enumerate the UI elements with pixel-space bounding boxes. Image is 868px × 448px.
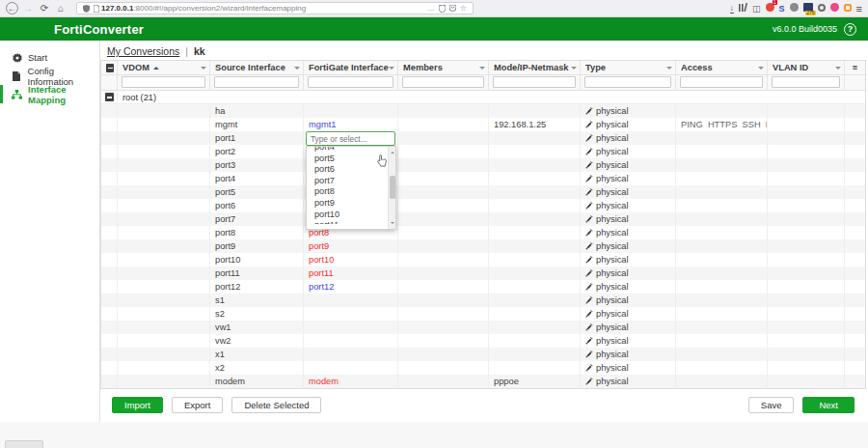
table-row-port3[interactable]: port3physical bbox=[101, 158, 865, 172]
table-row-port12[interactable]: port12port12physical bbox=[101, 280, 865, 294]
cell-fortigate-interface[interactable] bbox=[304, 361, 398, 375]
cell-fortigate-interface[interactable] bbox=[304, 307, 398, 321]
table-row-port8[interactable]: port8port8physical bbox=[101, 226, 865, 239]
bookmark-shield-icon[interactable] bbox=[439, 5, 446, 13]
chevron-down-icon[interactable] bbox=[479, 67, 485, 72]
select-all-checkbox[interactable] bbox=[101, 61, 118, 74]
table-row-vw1[interactable]: vw1physical bbox=[101, 321, 865, 334]
group-collapse-checkbox[interactable] bbox=[101, 91, 118, 103]
column-header-type[interactable]: Type bbox=[581, 61, 676, 74]
sidebar-toggle-icon[interactable]: ◫ bbox=[752, 4, 761, 14]
table-row-port1[interactable]: port1physical bbox=[101, 131, 865, 145]
chevron-down-icon[interactable] bbox=[294, 67, 300, 72]
filter-input-access[interactable] bbox=[680, 76, 763, 88]
cell-fortigate-interface[interactable] bbox=[304, 104, 398, 118]
filter-input-vlan-id[interactable] bbox=[772, 76, 840, 88]
scroll-up-icon[interactable] bbox=[391, 150, 394, 154]
table-row-port11[interactable]: port11port11physical bbox=[101, 266, 865, 280]
chevron-down-icon[interactable] bbox=[571, 67, 577, 72]
cell-fortigate-interface[interactable] bbox=[304, 334, 398, 348]
chevron-down-icon[interactable] bbox=[758, 67, 764, 72]
filter-input-source-interface[interactable] bbox=[214, 76, 299, 88]
downloads-icon[interactable]: ↓ bbox=[730, 3, 735, 14]
ghostery-icon[interactable] bbox=[818, 4, 826, 14]
column-header-vdom[interactable]: VDOM bbox=[118, 61, 210, 74]
save-button[interactable]: Save bbox=[748, 397, 795, 413]
scrollbar-thumb[interactable] bbox=[390, 176, 395, 199]
table-row-mgmt[interactable]: mgmtmgmt1192.168.1.25physicalPING HTTPS … bbox=[101, 118, 865, 131]
account-icon[interactable] bbox=[790, 3, 799, 14]
filter-input-mode-ip-netmask[interactable] bbox=[493, 76, 576, 88]
breadcrumb-link-my-conversions[interactable]: My Conversions bbox=[107, 45, 179, 57]
cell-fortigate-interface[interactable]: mgmt1 bbox=[304, 118, 398, 131]
container-tab-icon[interactable] bbox=[844, 4, 852, 14]
chevron-down-icon[interactable] bbox=[389, 67, 394, 72]
cell-fortigate-interface[interactable]: port12 bbox=[304, 280, 398, 294]
dropdown-option-port9[interactable]: port9 bbox=[307, 198, 395, 210]
fortigate-interface-editor-input[interactable] bbox=[307, 134, 394, 144]
dropdown-option-port10[interactable]: port10 bbox=[307, 210, 395, 221]
filter-input-type[interactable] bbox=[584, 76, 671, 88]
filter-input-fortigate-interface[interactable] bbox=[308, 76, 393, 88]
extension-s-icon[interactable]: S bbox=[779, 4, 785, 14]
chevron-down-icon[interactable] bbox=[835, 67, 841, 72]
sidebar-item-start[interactable]: Start bbox=[0, 48, 99, 67]
next-button[interactable]: Next bbox=[802, 397, 854, 413]
dropdown-option-port7[interactable]: port7 bbox=[307, 176, 395, 187]
cell-fortigate-interface[interactable] bbox=[304, 321, 398, 334]
table-row-modem[interactable]: modemmodempppoephysical bbox=[101, 375, 865, 388]
column-menu-icon[interactable]: ≡ bbox=[845, 61, 865, 74]
sidebar-item-interface-mapping[interactable]: Interface Mapping bbox=[0, 85, 99, 103]
dropdown-scrollbar[interactable] bbox=[388, 147, 395, 229]
table-row-port10[interactable]: port10port10physical bbox=[101, 253, 865, 266]
column-header-fortigate-interface[interactable]: FortiGate Interface bbox=[304, 61, 398, 74]
library-icon[interactable] bbox=[739, 3, 747, 14]
cell-fortigate-interface[interactable]: port11 bbox=[304, 266, 398, 280]
table-row-port7[interactable]: port7physical bbox=[101, 212, 865, 226]
tracking-shield-icon[interactable] bbox=[83, 5, 90, 13]
browser-forward-button[interactable]: → bbox=[21, 1, 35, 15]
dropdown-option-port11[interactable]: port11 bbox=[307, 220, 395, 224]
chevron-down-icon[interactable] bbox=[666, 67, 672, 72]
browser-home-button[interactable]: ⌂ bbox=[54, 1, 68, 15]
import-button[interactable]: Import bbox=[112, 397, 163, 413]
url-text[interactable]: 127.0.0.1:8000/#!/app/conversion2/wizard… bbox=[101, 4, 306, 13]
browser-menu-icon[interactable]: ≡ bbox=[856, 4, 862, 14]
cell-fortigate-interface[interactable]: port9 bbox=[304, 239, 398, 253]
table-row-port4[interactable]: port4physical bbox=[101, 172, 865, 185]
table-row-port6[interactable]: port6physical bbox=[101, 199, 865, 212]
bookmark-star-icon[interactable]: ☆ bbox=[460, 4, 467, 13]
cell-fortigate-interface[interactable]: port10 bbox=[304, 253, 398, 266]
browser-reload-button[interactable]: ⟳ bbox=[38, 1, 51, 15]
dropdown-option-port4[interactable]: port4 bbox=[307, 146, 395, 154]
chevron-down-icon[interactable] bbox=[201, 67, 206, 72]
table-row-s2[interactable]: s2physical bbox=[101, 307, 865, 321]
dropdown-option-port8[interactable]: port8 bbox=[307, 186, 395, 198]
filter-input-vdom[interactable] bbox=[122, 76, 205, 88]
table-row-port9[interactable]: port9port9physical bbox=[101, 239, 865, 253]
cell-fortigate-interface[interactable]: modem bbox=[304, 375, 398, 388]
cell-fortigate-interface[interactable] bbox=[304, 348, 398, 361]
extension-pink-icon[interactable] bbox=[830, 3, 839, 14]
filter-input-members[interactable] bbox=[402, 76, 484, 88]
table-row-port2[interactable]: port2physical bbox=[101, 145, 865, 158]
browser-back-button[interactable]: ← bbox=[6, 2, 18, 14]
url-bar[interactable]: 127.0.0.1:8000/#!/app/conversion2/wizard… bbox=[76, 2, 474, 14]
column-header-source-interface[interactable]: Source Interface bbox=[210, 61, 304, 74]
table-row-port5[interactable]: port5physical bbox=[101, 185, 865, 199]
table-row-s1[interactable]: s1physical bbox=[101, 294, 865, 307]
column-header-members[interactable]: Members bbox=[398, 61, 489, 74]
sidebar-item-config-information[interactable]: Config Information bbox=[0, 67, 99, 85]
column-header-vlan-id[interactable]: VLAN ID bbox=[768, 61, 845, 74]
table-row-x2[interactable]: x2physical bbox=[101, 361, 865, 375]
fortigate-interface-editor[interactable] bbox=[306, 131, 395, 146]
pocket-icon[interactable] bbox=[449, 5, 456, 12]
extension-red-icon[interactable]: 1 bbox=[766, 3, 774, 14]
export-button[interactable]: Export bbox=[172, 397, 223, 413]
column-header-mode-ip-netmask[interactable]: Mode/IP-Netmask bbox=[489, 61, 581, 74]
page-info-icon[interactable] bbox=[94, 5, 99, 13]
table-row-ha[interactable]: haphysical bbox=[101, 104, 865, 118]
table-row-vw2[interactable]: vw2physical bbox=[101, 334, 865, 348]
column-header-access[interactable]: Access bbox=[676, 61, 768, 74]
cell-fortigate-interface[interactable] bbox=[304, 294, 398, 307]
